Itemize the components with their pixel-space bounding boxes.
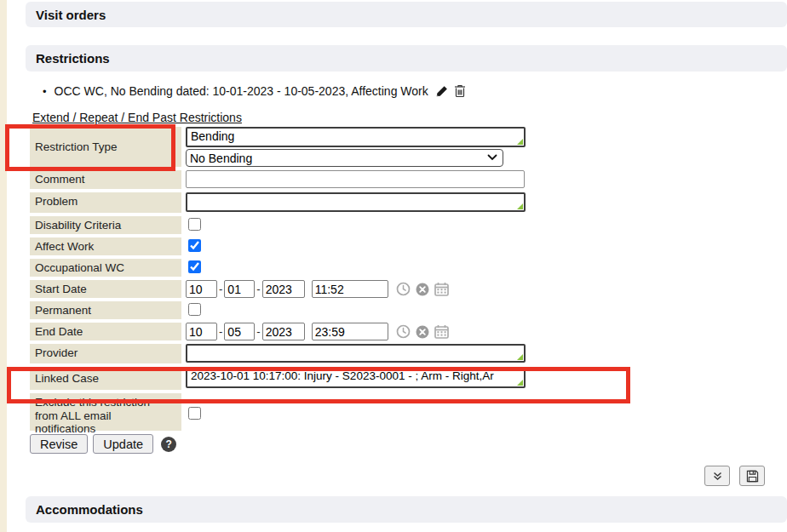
start-day-input[interactable] — [224, 280, 255, 298]
form-buttons: Revise Update ? — [30, 434, 575, 454]
date-dash: - — [219, 325, 222, 338]
end-month-input[interactable] — [186, 323, 217, 340]
form-row-linked-case: Linked Case 2023-10-01 10:17:00: Injury … — [30, 367, 575, 390]
permanent-label: Permanent — [30, 301, 181, 319]
provider-label: Provider — [30, 344, 181, 363]
section-header-accommodations: Accommodations — [26, 496, 787, 523]
form-row-provider: Provider — [30, 344, 575, 363]
end-time-input[interactable] — [312, 323, 388, 340]
form-row-restriction-type: Restriction Type Bending No Bending — [30, 127, 575, 167]
save-button[interactable] — [739, 466, 765, 486]
trash-icon[interactable] — [454, 84, 466, 98]
start-month-input[interactable] — [186, 280, 217, 298]
update-button[interactable]: Update — [93, 434, 153, 454]
extend-repeat-end-link[interactable]: Extend / Repeat / End Past Restrictions — [32, 111, 242, 124]
pencil-icon[interactable] — [435, 85, 448, 98]
form-row-exclude-email: Exclude this restriction from ALL email … — [30, 393, 575, 431]
restrictions-title: Restrictions — [36, 51, 110, 66]
visit-orders-title: Visit orders — [36, 8, 106, 22]
restriction-type-label: Restriction Type — [30, 127, 181, 167]
comment-label: Comment — [30, 170, 181, 189]
revise-button[interactable]: Revise — [30, 434, 88, 454]
problem-field[interactable] — [186, 192, 526, 212]
linked-case-label: Linked Case — [30, 367, 181, 390]
save-disk-icon — [746, 470, 759, 483]
start-time-input[interactable] — [312, 280, 388, 298]
start-date-label: Start Date — [30, 280, 181, 298]
occupational-wc-checkbox[interactable] — [188, 260, 201, 273]
problem-label: Problem — [30, 192, 181, 213]
linked-case-field[interactable]: 2023-10-01 10:17:00: Injury - S2023-0001… — [186, 367, 526, 388]
clock-icon[interactable] — [396, 282, 411, 296]
exclude-email-checkbox[interactable] — [188, 407, 201, 420]
linked-case-wrap: 2023-10-01 10:17:00: Injury - S2023-0001… — [186, 367, 526, 388]
clock-icon[interactable] — [396, 324, 411, 339]
permanent-checkbox[interactable] — [188, 303, 201, 316]
form-row-disability-criteria: Disability Criteria — [30, 216, 575, 234]
accommodations-title: Accommodations — [36, 502, 143, 517]
collapse-section-button[interactable] — [704, 466, 730, 486]
end-day-input[interactable] — [224, 323, 255, 340]
disability-criteria-checkbox[interactable] — [188, 218, 201, 231]
restriction-list-item: • OCC WC, No Bending dated: 10-01-2023 -… — [43, 84, 466, 98]
provider-wrap — [186, 344, 526, 363]
clear-circle-icon[interactable] — [416, 325, 429, 339]
end-year-input[interactable] — [262, 323, 305, 340]
restriction-item-text: OCC WC, No Bending dated: 10-01-2023 - 1… — [55, 84, 428, 98]
form-row-affect-work: Affect Work — [30, 237, 575, 255]
clear-circle-icon[interactable] — [416, 283, 429, 296]
date-dash: - — [256, 325, 260, 338]
form-row-end-date: End Date - - — [30, 323, 575, 340]
form-row-comment: Comment — [30, 170, 575, 189]
affect-work-label: Affect Work — [30, 237, 181, 255]
section-header-visit-orders: Visit orders — [26, 2, 787, 27]
restriction-category-field[interactable]: Bending — [186, 127, 526, 147]
restriction-type-select[interactable]: No Bending — [186, 149, 503, 167]
calendar-icon[interactable] — [434, 282, 449, 296]
section-header-restrictions: Restrictions — [26, 45, 787, 72]
calendar-icon[interactable] — [434, 324, 449, 339]
problem-wrap — [186, 192, 526, 212]
exclude-email-label: Exclude this restriction from ALL email … — [30, 393, 181, 431]
form-row-permanent: Permanent — [30, 301, 575, 319]
disability-criteria-label: Disability Criteria — [30, 216, 181, 234]
form-row-start-date: Start Date - - — [30, 280, 575, 298]
double-chevron-down-icon — [712, 471, 723, 482]
form-row-problem: Problem — [30, 192, 575, 213]
affect-work-checkbox[interactable] — [188, 239, 201, 252]
restriction-category-wrap: Bending — [186, 127, 526, 147]
comment-input[interactable] — [186, 170, 525, 188]
bullet: • — [43, 85, 47, 98]
date-dash: - — [256, 283, 260, 295]
page: Visit orders Restrictions • OCC WC, No B… — [0, 0, 787, 532]
date-dash: - — [219, 283, 222, 295]
help-icon[interactable]: ? — [161, 437, 176, 452]
start-year-input[interactable] — [262, 280, 305, 298]
restriction-form: Restriction Type Bending No Bending Comm… — [30, 127, 575, 454]
end-date-label: End Date — [30, 323, 181, 340]
provider-field[interactable] — [186, 344, 526, 363]
left-margin-strip — [0, 0, 7, 532]
occupational-wc-label: Occupational WC — [30, 259, 181, 277]
form-row-occupational-wc: Occupational WC — [30, 259, 575, 277]
